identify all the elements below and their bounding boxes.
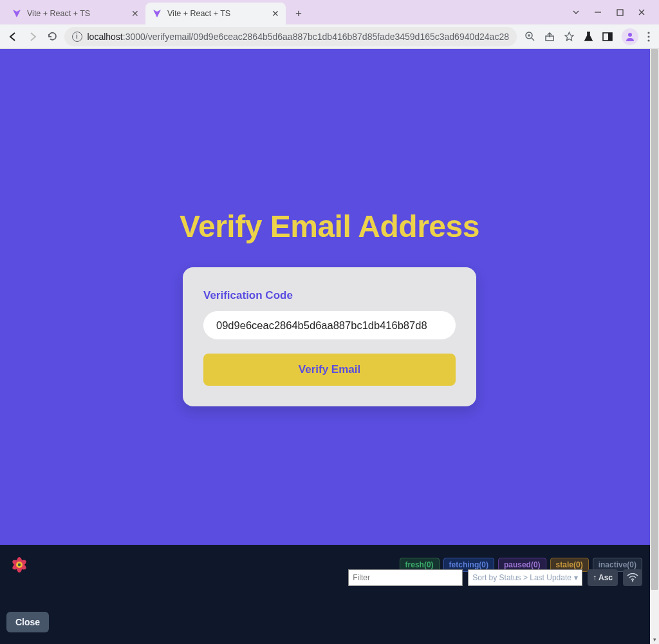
sort-label: Sort by Status > Last Update — [472, 573, 571, 582]
new-tab-button[interactable]: + — [290, 5, 308, 23]
svg-rect-8 — [608, 33, 612, 41]
window-controls — [571, 8, 654, 17]
svg-point-9 — [628, 33, 632, 37]
forward-button[interactable] — [25, 28, 41, 46]
close-devtools-button[interactable]: Close — [6, 612, 49, 632]
svg-line-3 — [532, 38, 534, 41]
order-label: Asc — [599, 573, 613, 582]
network-toggle-button[interactable] — [623, 569, 642, 586]
browser-tab-inactive[interactable]: Vite + React + TS ✕ — [5, 3, 145, 24]
address-bar[interactable]: i localhost:3000/verifyemail/09d9e6ceac2… — [64, 27, 517, 46]
reload-button[interactable] — [44, 28, 60, 46]
panel-icon[interactable] — [602, 32, 613, 41]
react-query-logo-icon — [8, 553, 31, 576]
vite-favicon-icon — [152, 8, 162, 19]
url-host: localhost — [88, 32, 123, 42]
kebab-menu-icon[interactable] — [647, 32, 650, 42]
sort-dropdown[interactable]: Sort by Status > Last Update ▾ — [468, 569, 582, 586]
share-icon[interactable] — [544, 32, 555, 42]
scrollbar-thumb[interactable] — [651, 49, 658, 590]
toolbar-right-icons — [521, 28, 654, 45]
close-tab-icon[interactable]: ✕ — [272, 8, 279, 19]
url-text: localhost:3000/verifyemail/09d9e6ceac286… — [88, 32, 509, 42]
maximize-icon[interactable] — [615, 8, 624, 17]
scroll-down-arrow-icon[interactable]: ▾ — [651, 635, 658, 644]
zoom-icon[interactable] — [524, 31, 535, 42]
tab-title: Vite + React + TS — [167, 9, 266, 18]
profile-avatar[interactable] — [622, 28, 638, 45]
arrow-up-icon: ↑ — [593, 573, 597, 582]
tab-strip: Vite + React + TS ✕ Vite + React + TS ✕ … — [0, 0, 550, 24]
minimize-icon[interactable] — [593, 8, 602, 17]
site-info-icon[interactable]: i — [72, 32, 82, 42]
browser-toolbar: i localhost:3000/verifyemail/09d9e6ceac2… — [0, 24, 659, 49]
verify-email-button[interactable]: Verify Email — [203, 354, 456, 386]
sort-order-button[interactable]: ↑ Asc — [588, 569, 618, 586]
back-button[interactable] — [5, 28, 21, 46]
close-tab-icon[interactable]: ✕ — [131, 8, 139, 19]
url-path: /verifyemail/09d9e6ceac2864b5d6aa887bc1d… — [145, 32, 509, 42]
browser-tab-active[interactable]: Vite + React + TS ✕ — [145, 3, 286, 24]
verify-card: Verification Code Verify Email — [183, 267, 476, 406]
close-window-icon[interactable] — [637, 8, 646, 17]
tab-title: Vite + React + TS — [27, 9, 126, 18]
svg-point-12 — [647, 39, 649, 41]
page-title: Verify Email Address — [180, 209, 479, 244]
url-port: :3000 — [123, 32, 145, 42]
flask-icon[interactable] — [584, 32, 593, 42]
react-query-devtools: fresh(0) fetching(0) paused(0) stale(0) … — [0, 545, 650, 644]
vite-favicon-icon — [12, 8, 22, 19]
verification-code-input[interactable] — [203, 311, 456, 339]
svg-point-11 — [647, 35, 649, 37]
vertical-scrollbar[interactable]: ▾ — [650, 49, 659, 644]
svg-point-17 — [18, 564, 21, 566]
svg-point-18 — [632, 580, 633, 582]
chevron-down-icon[interactable] — [571, 8, 580, 17]
filter-input[interactable] — [348, 569, 463, 586]
svg-point-10 — [647, 32, 649, 33]
devtools-controls: Sort by Status > Last Update ▾ ↑ Asc — [340, 569, 650, 591]
page-viewport: Verify Email Address Verification Code V… — [0, 49, 659, 644]
caret-down-icon: ▾ — [574, 573, 578, 582]
page-content: Verify Email Address Verification Code V… — [0, 49, 659, 545]
field-label: Verification Code — [203, 289, 456, 302]
svg-rect-1 — [617, 10, 623, 15]
bookmark-star-icon[interactable] — [564, 31, 575, 42]
